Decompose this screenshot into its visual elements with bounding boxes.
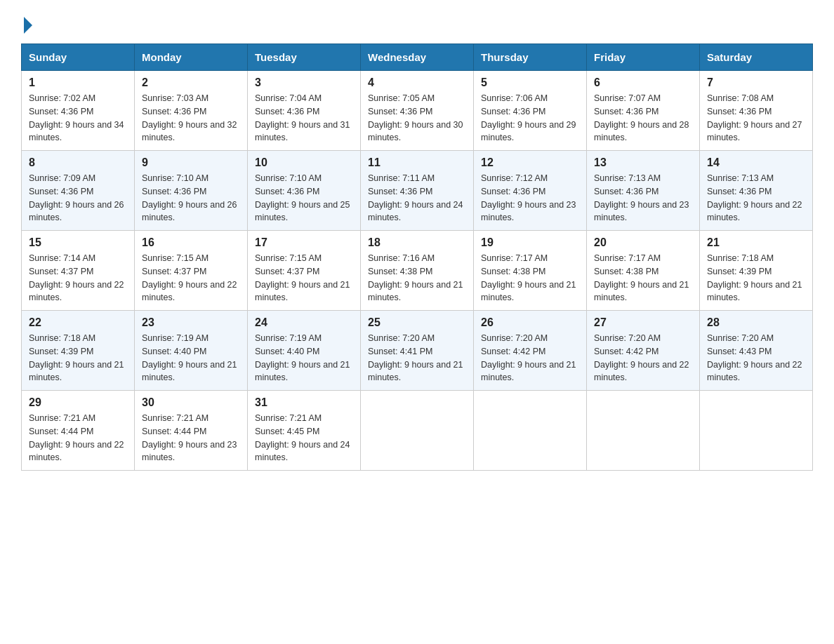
calendar-cell — [474, 391, 587, 471]
calendar-table: SundayMondayTuesdayWednesdayThursdayFrid… — [21, 43, 813, 471]
calendar-cell: 8Sunrise: 7:09 AMSunset: 4:36 PMDaylight… — [22, 151, 135, 231]
calendar-cell: 9Sunrise: 7:10 AMSunset: 4:36 PMDaylight… — [135, 151, 248, 231]
day-info: Sunrise: 7:14 AMSunset: 4:37 PMDaylight:… — [29, 252, 127, 304]
day-info: Sunrise: 7:13 AMSunset: 4:36 PMDaylight:… — [594, 172, 692, 224]
day-info: Sunrise: 7:15 AMSunset: 4:37 PMDaylight:… — [142, 252, 240, 304]
calendar-cell: 31Sunrise: 7:21 AMSunset: 4:45 PMDayligh… — [248, 391, 361, 471]
calendar-cell: 29Sunrise: 7:21 AMSunset: 4:44 PMDayligh… — [22, 391, 135, 471]
calendar-cell: 22Sunrise: 7:18 AMSunset: 4:39 PMDayligh… — [22, 311, 135, 391]
day-info: Sunrise: 7:21 AMSunset: 4:44 PMDaylight:… — [142, 412, 240, 464]
day-number: 31 — [255, 396, 353, 409]
calendar-cell: 28Sunrise: 7:20 AMSunset: 4:43 PMDayligh… — [700, 311, 813, 391]
calendar-cell: 6Sunrise: 7:07 AMSunset: 4:36 PMDaylight… — [587, 71, 700, 151]
day-number: 5 — [481, 76, 579, 89]
header-thursday: Thursday — [474, 44, 587, 71]
header-tuesday: Tuesday — [248, 44, 361, 71]
calendar-week-row: 15Sunrise: 7:14 AMSunset: 4:37 PMDayligh… — [22, 231, 813, 311]
calendar-cell: 2Sunrise: 7:03 AMSunset: 4:36 PMDaylight… — [135, 71, 248, 151]
day-number: 30 — [142, 396, 240, 409]
day-info: Sunrise: 7:17 AMSunset: 4:38 PMDaylight:… — [481, 252, 579, 304]
day-info: Sunrise: 7:16 AMSunset: 4:38 PMDaylight:… — [368, 252, 466, 304]
day-info: Sunrise: 7:11 AMSunset: 4:36 PMDaylight:… — [368, 172, 466, 224]
calendar-cell: 21Sunrise: 7:18 AMSunset: 4:39 PMDayligh… — [700, 231, 813, 311]
day-number: 28 — [707, 316, 805, 329]
calendar-cell: 11Sunrise: 7:11 AMSunset: 4:36 PMDayligh… — [361, 151, 474, 231]
day-info: Sunrise: 7:20 AMSunset: 4:41 PMDaylight:… — [368, 332, 466, 384]
day-info: Sunrise: 7:10 AMSunset: 4:36 PMDaylight:… — [142, 172, 240, 224]
calendar-cell — [587, 391, 700, 471]
calendar-cell: 4Sunrise: 7:05 AMSunset: 4:36 PMDaylight… — [361, 71, 474, 151]
day-info: Sunrise: 7:08 AMSunset: 4:36 PMDaylight:… — [707, 92, 805, 145]
day-info: Sunrise: 7:18 AMSunset: 4:39 PMDaylight:… — [707, 252, 805, 304]
day-info: Sunrise: 7:18 AMSunset: 4:39 PMDaylight:… — [29, 332, 127, 384]
day-info: Sunrise: 7:13 AMSunset: 4:36 PMDaylight:… — [707, 172, 805, 224]
day-number: 13 — [594, 156, 692, 169]
day-number: 21 — [707, 236, 805, 249]
calendar-week-row: 1Sunrise: 7:02 AMSunset: 4:36 PMDaylight… — [22, 71, 813, 151]
calendar-week-row: 29Sunrise: 7:21 AMSunset: 4:44 PMDayligh… — [22, 391, 813, 471]
calendar-cell: 7Sunrise: 7:08 AMSunset: 4:36 PMDaylight… — [700, 71, 813, 151]
day-number: 27 — [594, 316, 692, 329]
day-info: Sunrise: 7:21 AMSunset: 4:44 PMDaylight:… — [29, 412, 127, 464]
calendar-cell: 23Sunrise: 7:19 AMSunset: 4:40 PMDayligh… — [135, 311, 248, 391]
day-number: 20 — [594, 236, 692, 249]
day-info: Sunrise: 7:03 AMSunset: 4:36 PMDaylight:… — [142, 92, 240, 145]
header-monday: Monday — [135, 44, 248, 71]
calendar-week-row: 22Sunrise: 7:18 AMSunset: 4:39 PMDayligh… — [22, 311, 813, 391]
calendar-cell — [700, 391, 813, 471]
calendar-cell: 5Sunrise: 7:06 AMSunset: 4:36 PMDaylight… — [474, 71, 587, 151]
calendar-cell: 1Sunrise: 7:02 AMSunset: 4:36 PMDaylight… — [22, 71, 135, 151]
day-number: 11 — [368, 156, 466, 169]
day-number: 19 — [481, 236, 579, 249]
day-info: Sunrise: 7:15 AMSunset: 4:37 PMDaylight:… — [255, 252, 353, 304]
day-number: 24 — [255, 316, 353, 329]
day-number: 8 — [29, 156, 127, 169]
day-number: 26 — [481, 316, 579, 329]
day-info: Sunrise: 7:20 AMSunset: 4:42 PMDaylight:… — [481, 332, 579, 384]
calendar-cell: 15Sunrise: 7:14 AMSunset: 4:37 PMDayligh… — [22, 231, 135, 311]
calendar-cell: 27Sunrise: 7:20 AMSunset: 4:42 PMDayligh… — [587, 311, 700, 391]
day-info: Sunrise: 7:07 AMSunset: 4:36 PMDaylight:… — [594, 92, 692, 145]
day-info: Sunrise: 7:17 AMSunset: 4:38 PMDaylight:… — [594, 252, 692, 304]
day-number: 22 — [29, 316, 127, 329]
day-number: 23 — [142, 316, 240, 329]
calendar-header-row: SundayMondayTuesdayWednesdayThursdayFrid… — [22, 44, 813, 71]
day-number: 1 — [29, 76, 127, 89]
calendar-cell: 19Sunrise: 7:17 AMSunset: 4:38 PMDayligh… — [474, 231, 587, 311]
calendar-cell: 14Sunrise: 7:13 AMSunset: 4:36 PMDayligh… — [700, 151, 813, 231]
calendar-cell: 17Sunrise: 7:15 AMSunset: 4:37 PMDayligh… — [248, 231, 361, 311]
calendar-cell: 20Sunrise: 7:17 AMSunset: 4:38 PMDayligh… — [587, 231, 700, 311]
day-number: 15 — [29, 236, 127, 249]
page-header — [21, 14, 813, 31]
header-sunday: Sunday — [22, 44, 135, 71]
calendar-cell — [361, 391, 474, 471]
day-number: 6 — [594, 76, 692, 89]
day-info: Sunrise: 7:10 AMSunset: 4:36 PMDaylight:… — [255, 172, 353, 224]
calendar-cell: 18Sunrise: 7:16 AMSunset: 4:38 PMDayligh… — [361, 231, 474, 311]
header-saturday: Saturday — [700, 44, 813, 71]
calendar-cell: 25Sunrise: 7:20 AMSunset: 4:41 PMDayligh… — [361, 311, 474, 391]
day-info: Sunrise: 7:06 AMSunset: 4:36 PMDaylight:… — [481, 92, 579, 145]
logo-arrow-icon — [24, 17, 32, 34]
calendar-cell: 16Sunrise: 7:15 AMSunset: 4:37 PMDayligh… — [135, 231, 248, 311]
day-number: 29 — [29, 396, 127, 409]
day-number: 17 — [255, 236, 353, 249]
day-number: 9 — [142, 156, 240, 169]
day-number: 4 — [368, 76, 466, 89]
header-friday: Friday — [587, 44, 700, 71]
calendar-cell: 10Sunrise: 7:10 AMSunset: 4:36 PMDayligh… — [248, 151, 361, 231]
day-info: Sunrise: 7:20 AMSunset: 4:42 PMDaylight:… — [594, 332, 692, 384]
day-number: 16 — [142, 236, 240, 249]
day-info: Sunrise: 7:19 AMSunset: 4:40 PMDaylight:… — [255, 332, 353, 384]
day-number: 25 — [368, 316, 466, 329]
day-info: Sunrise: 7:12 AMSunset: 4:36 PMDaylight:… — [481, 172, 579, 224]
day-number: 14 — [707, 156, 805, 169]
calendar-cell: 3Sunrise: 7:04 AMSunset: 4:36 PMDaylight… — [248, 71, 361, 151]
day-number: 7 — [707, 76, 805, 89]
calendar-week-row: 8Sunrise: 7:09 AMSunset: 4:36 PMDaylight… — [22, 151, 813, 231]
logo — [21, 14, 32, 31]
day-info: Sunrise: 7:04 AMSunset: 4:36 PMDaylight:… — [255, 92, 353, 145]
day-info: Sunrise: 7:21 AMSunset: 4:45 PMDaylight:… — [255, 412, 353, 464]
header-wednesday: Wednesday — [361, 44, 474, 71]
day-info: Sunrise: 7:20 AMSunset: 4:43 PMDaylight:… — [707, 332, 805, 384]
